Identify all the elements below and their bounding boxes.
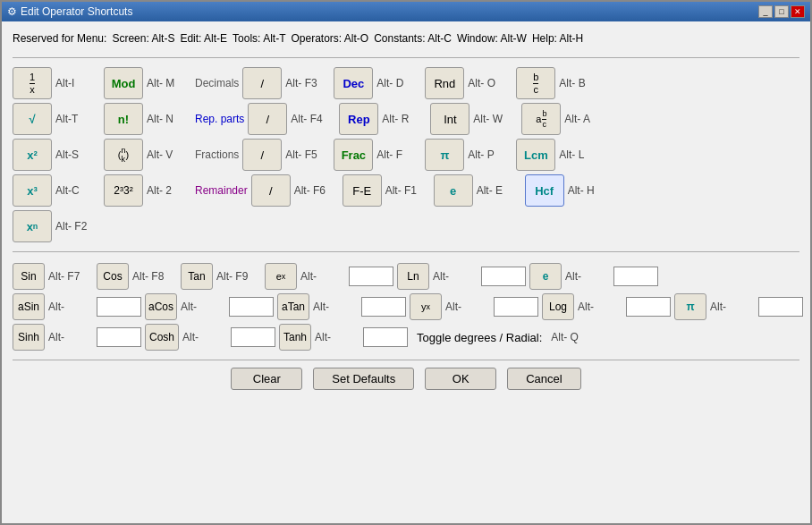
- shortcut-slash-4: Alt- F6: [294, 184, 339, 197]
- btn-ln[interactable]: Ln: [397, 263, 429, 290]
- btn-hcf[interactable]: Hcf: [525, 174, 564, 207]
- btn-cos[interactable]: Cos: [97, 263, 129, 290]
- clear-button[interactable]: Clear: [231, 368, 302, 390]
- shortcut-sqrt: Alt-T: [55, 113, 100, 125]
- btn-pi-1[interactable]: π: [425, 139, 464, 171]
- btn-binom[interactable]: (nk): [104, 139, 143, 171]
- btn-sinh[interactable]: Sinh: [13, 324, 45, 351]
- btn-f-e[interactable]: F-E: [343, 174, 382, 207]
- field-asin[interactable]: [97, 297, 141, 317]
- btn-rep[interactable]: Rep: [339, 103, 378, 135]
- btn-slash-3[interactable]: /: [242, 139, 282, 171]
- btn-int[interactable]: Int: [430, 103, 469, 135]
- close-button[interactable]: ✕: [791, 5, 805, 18]
- shortcut-binom: Alt- V: [147, 148, 191, 161]
- shortcut-slash-2: Alt- F4: [291, 113, 335, 125]
- shortcut-exp-x: Alt-: [300, 270, 345, 283]
- btn-x-n[interactable]: xn: [13, 210, 52, 242]
- shortcut-lcm: Alt- L: [559, 148, 604, 161]
- set-defaults-button[interactable]: Set Defaults: [313, 368, 414, 390]
- field-log[interactable]: [626, 297, 671, 317]
- btn-mod[interactable]: Mod: [104, 67, 143, 99]
- trig-row-1: Sin Alt- F7 Cos Alt- F8 Tan Alt- F9 ex A…: [13, 263, 799, 290]
- shortcut-atan: Alt-: [313, 301, 358, 313]
- cancel-button[interactable]: Cancel: [507, 368, 580, 390]
- btn-cosh[interactable]: Cosh: [145, 324, 179, 351]
- main-window: ⚙ Edit Operator Shortcuts _ □ ✕ Reserved…: [0, 0, 812, 525]
- titlebar: ⚙ Edit Operator Shortcuts _ □ ✕: [2, 2, 810, 21]
- label-decimals: Decimals: [195, 77, 239, 89]
- field-pi[interactable]: [758, 297, 803, 317]
- btn-factorial[interactable]: n!: [104, 103, 143, 135]
- btn-acos[interactable]: aCos: [145, 293, 177, 320]
- separator-2: [13, 251, 799, 252]
- btn-sin[interactable]: Sin: [13, 263, 45, 290]
- btn-a-b-over-c[interactable]: abc: [521, 103, 561, 135]
- label-rep-parts: Rep. parts: [195, 113, 244, 125]
- row-3: x² Alt-S (nk) Alt- V Fractions / Alt- F5…: [13, 139, 799, 171]
- shortcut-tanh: Alt-: [315, 331, 359, 343]
- btn-y-x[interactable]: yx: [410, 293, 442, 320]
- shortcut-a-b-over-c: Alt- A: [564, 113, 609, 125]
- shortcut-euler-e-2: Alt-: [565, 270, 610, 283]
- shortcut-x-squared: Alt-S: [55, 148, 100, 161]
- field-cosh[interactable]: [231, 327, 275, 347]
- row-4: x³ Alt-C 2³3² Alt- 2 Remainder / Alt- F6…: [13, 174, 799, 207]
- shortcut-pi-1: Alt- P: [468, 148, 512, 161]
- btn-tanh[interactable]: Tanh: [279, 324, 311, 351]
- field-atan[interactable]: [361, 297, 406, 317]
- shortcut-int: Alt- W: [473, 113, 518, 125]
- window-title: Edit Operator Shortcuts: [21, 5, 132, 18]
- shortcut-power-notation: Alt- 2: [147, 184, 191, 197]
- shortcut-x-cubed: Alt-C: [55, 184, 100, 197]
- shortcut-slash-1: Alt- F3: [285, 77, 330, 89]
- btn-b-over-c[interactable]: b c: [516, 67, 555, 99]
- trig-row-3: Sinh Alt- Cosh Alt- Tanh Alt- Toggle deg…: [13, 324, 799, 351]
- ok-button[interactable]: OK: [425, 368, 496, 390]
- btn-frac[interactable]: Frac: [334, 139, 373, 171]
- content-area: Reserved for Menu: Screen: Alt-S Edit: A…: [2, 21, 810, 523]
- btn-exp-x[interactable]: ex: [265, 263, 297, 290]
- field-y-x[interactable]: [494, 297, 538, 317]
- btn-atan[interactable]: aTan: [277, 293, 309, 320]
- shortcut-sinh: Alt-: [48, 331, 93, 343]
- btn-1-over-x[interactable]: 1 x: [13, 67, 52, 99]
- field-exp-x[interactable]: [349, 267, 393, 286]
- trig-section: Sin Alt- F7 Cos Alt- F8 Tan Alt- F9 ex A…: [13, 263, 799, 351]
- btn-log[interactable]: Log: [542, 293, 574, 320]
- field-sinh[interactable]: [97, 327, 141, 347]
- btn-dec[interactable]: Dec: [334, 67, 373, 99]
- btn-pi-2[interactable]: π: [674, 293, 706, 320]
- btn-tan[interactable]: Tan: [181, 263, 213, 290]
- btn-sqrt[interactable]: √: [13, 103, 52, 135]
- minimize-button[interactable]: _: [758, 5, 773, 18]
- shortcut-toggle: Alt- Q: [551, 331, 596, 343]
- btn-rnd[interactable]: Rnd: [425, 67, 464, 99]
- field-acos[interactable]: [229, 297, 274, 317]
- btn-lcm[interactable]: Lcm: [516, 139, 555, 171]
- field-tanh[interactable]: [363, 327, 408, 347]
- maximize-button[interactable]: □: [774, 5, 789, 18]
- window-icon: ⚙: [7, 5, 17, 18]
- titlebar-controls[interactable]: _ □ ✕: [758, 5, 805, 18]
- shortcut-b-over-c: Alt- B: [559, 77, 604, 89]
- btn-slash-1[interactable]: /: [242, 67, 282, 99]
- menu-edit: Edit: Alt-E: [180, 32, 227, 45]
- field-ln[interactable]: [481, 267, 526, 286]
- field-euler-e[interactable]: [613, 267, 658, 286]
- shortcut-f-e: Alt- F1: [385, 184, 430, 197]
- shortcut-log: Alt-: [578, 301, 622, 313]
- btn-euler-e-2[interactable]: e: [529, 263, 562, 290]
- btn-power-notation[interactable]: 2³3²: [104, 174, 143, 207]
- btn-x-squared[interactable]: x²: [13, 139, 52, 171]
- menu-tools: Tools: Alt-T: [233, 32, 285, 45]
- btn-euler-e[interactable]: e: [434, 174, 473, 207]
- shortcut-y-x: Alt-: [445, 301, 490, 313]
- menu-operators: Operators: Alt-O: [291, 32, 368, 45]
- btn-x-cubed[interactable]: x³: [13, 174, 52, 207]
- footer: Clear Set Defaults OK Cancel: [13, 360, 799, 395]
- row-2: √ Alt-T n! Alt- N Rep. parts / Alt- F4 R…: [13, 103, 799, 135]
- btn-slash-4[interactable]: /: [251, 174, 291, 207]
- btn-asin[interactable]: aSin: [13, 293, 45, 320]
- btn-slash-2[interactable]: /: [248, 103, 287, 135]
